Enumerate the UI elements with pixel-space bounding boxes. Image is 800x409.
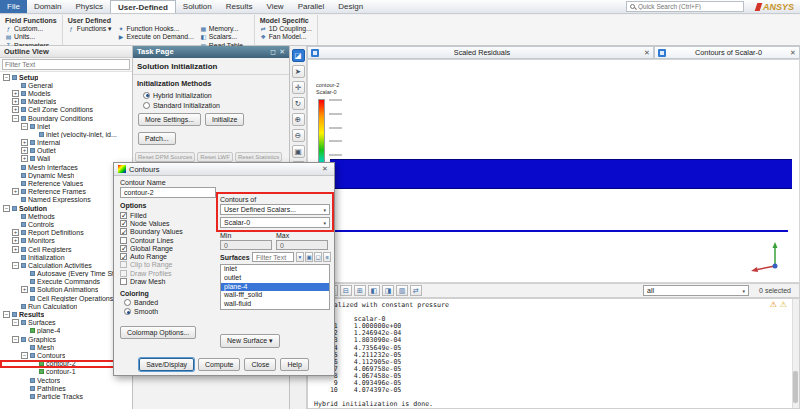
tree-expander-icon[interactable]: + bbox=[21, 155, 28, 162]
tree-expander-icon[interactable]: − bbox=[12, 115, 19, 122]
custom-button[interactable]: ƒCustom... bbox=[5, 25, 55, 32]
ribbon-tab[interactable]: Parallel bbox=[291, 0, 332, 13]
option-checkbox[interactable]: Boundary Values bbox=[120, 228, 216, 236]
graphics-canvas[interactable]: contour-2 Scalar-0 bbox=[307, 59, 800, 283]
function-hooks-button[interactable]: ✦Function Hooks... bbox=[118, 25, 194, 32]
quick-search-box[interactable] bbox=[626, 1, 744, 12]
surface-list-item[interactable]: wall-fluid bbox=[221, 300, 329, 309]
tree-expander-icon[interactable]: − bbox=[12, 319, 19, 326]
surface-list-item[interactable]: inlet bbox=[221, 265, 329, 274]
tree-filter-input[interactable] bbox=[2, 59, 130, 70]
memory-button[interactable]: ▦Memory... bbox=[200, 25, 249, 32]
dialog-footer-button[interactable]: Help bbox=[280, 358, 308, 371]
warning-icon[interactable]: ⚠ bbox=[770, 300, 777, 309]
surface-list-item[interactable]: wall-fff_solid bbox=[221, 291, 329, 300]
ribbon-tab[interactable]: View bbox=[259, 0, 290, 13]
initialization-method-radio[interactable]: Hybrid Initialization bbox=[133, 90, 289, 100]
ribbon-tab[interactable]: Domain bbox=[27, 0, 69, 13]
ribbon-tab[interactable]: Results bbox=[219, 0, 260, 13]
1d-coupling-button[interactable]: ⇄1D Coupling... bbox=[260, 25, 312, 32]
fit-to-window-icon[interactable]: ▣ bbox=[292, 145, 305, 158]
initialize-button[interactable]: Initialize bbox=[205, 113, 244, 126]
tree-expander-icon[interactable]: + bbox=[21, 147, 28, 154]
coloring-radio[interactable]: Smooth bbox=[124, 307, 158, 316]
zoom-out-icon[interactable]: ⊖ bbox=[292, 129, 305, 142]
ribbon-tab[interactable]: User-Defined bbox=[110, 0, 176, 13]
option-checkbox[interactable]: Draw Profiles bbox=[120, 269, 216, 277]
scrollbar-thumb[interactable] bbox=[793, 371, 798, 403]
tree-item[interactable]: + Internal bbox=[0, 139, 132, 147]
tree-expander-icon[interactable]: + bbox=[12, 90, 19, 97]
option-checkbox[interactable]: Global Range bbox=[120, 244, 216, 252]
window-sync-icon[interactable]: ⇄ bbox=[410, 285, 422, 296]
console-panel[interactable]: initialized with constant pressure scala… bbox=[307, 298, 800, 409]
surface-clear-selection-icon[interactable]: ▢ bbox=[314, 252, 322, 262]
panel-close-icon[interactable]: ✕ bbox=[279, 46, 285, 58]
tree-expander-icon[interactable]: + bbox=[12, 246, 19, 253]
tree-item[interactable]: + Models bbox=[0, 89, 132, 97]
tree-expander-icon[interactable]: − bbox=[3, 311, 10, 318]
window-dock-icon[interactable]: ◪ bbox=[292, 49, 305, 62]
tree-expander-icon[interactable]: − bbox=[21, 123, 28, 130]
more-settings-button[interactable]: More Settings... bbox=[138, 113, 201, 126]
window-left-icon[interactable]: ◧ bbox=[368, 285, 380, 296]
option-checkbox[interactable]: Clip to Range bbox=[120, 261, 216, 269]
tree-item[interactable]: + Cell Zone Conditions bbox=[0, 106, 132, 114]
option-checkbox[interactable]: Node Values bbox=[120, 219, 216, 227]
pointer-icon[interactable]: ➤ bbox=[292, 65, 305, 78]
tree-expander-icon[interactable]: − bbox=[3, 205, 10, 212]
option-checkbox[interactable]: Contour Lines bbox=[120, 236, 216, 244]
patch-button[interactable]: Patch... bbox=[138, 132, 176, 145]
close-icon[interactable] bbox=[642, 49, 652, 57]
surface-filter-menu-icon[interactable]: ▾ bbox=[296, 252, 304, 262]
window-grid-icon[interactable]: ⊞ bbox=[354, 285, 366, 296]
tree-expander-icon[interactable]: + bbox=[21, 139, 28, 146]
tree-expander-icon[interactable]: + bbox=[12, 237, 19, 244]
tree-item[interactable]: + Materials bbox=[0, 98, 132, 106]
tree-item[interactable]: Pathlines bbox=[0, 384, 132, 392]
tree-item[interactable]: Particle Tracks bbox=[0, 392, 132, 400]
ribbon-tab[interactable]: Physics bbox=[68, 0, 110, 13]
surfaces-filter-input[interactable] bbox=[252, 252, 294, 262]
pan-icon[interactable]: ✛ bbox=[292, 81, 305, 94]
dialog-footer-button[interactable]: Close bbox=[244, 358, 276, 371]
tree-expander-icon[interactable]: − bbox=[21, 352, 28, 359]
close-icon[interactable] bbox=[320, 165, 330, 173]
window-save-icon[interactable]: ▥ bbox=[396, 285, 408, 296]
tree-item[interactable]: Vectors bbox=[0, 376, 132, 384]
zoom-in-icon[interactable]: ⊕ bbox=[292, 113, 305, 126]
tree-expander-icon[interactable]: + bbox=[12, 98, 19, 105]
tree-expander-icon[interactable]: − bbox=[3, 74, 10, 81]
graphics-window-tab-residuals[interactable]: Scaled Residuals bbox=[307, 46, 654, 59]
units-button[interactable]: ▤Units... bbox=[5, 33, 55, 40]
window-right-icon[interactable]: ◨ bbox=[382, 285, 394, 296]
close-icon[interactable] bbox=[788, 49, 798, 57]
tree-expander-icon[interactable]: + bbox=[21, 286, 28, 293]
tree-expander-icon[interactable]: + bbox=[12, 106, 19, 113]
functions-menu-button[interactable]: ƒFunctions ▾ bbox=[68, 25, 112, 32]
tree-item[interactable]: General bbox=[0, 81, 132, 89]
contour-name-input[interactable] bbox=[120, 187, 216, 198]
ribbon-tab[interactable]: File bbox=[0, 0, 27, 13]
panel-undock-icon[interactable]: ◻ bbox=[270, 46, 276, 58]
surfaces-list[interactable]: inletoutletplane-4wall-fff_solidwall-flu… bbox=[220, 264, 330, 310]
dialog-titlebar[interactable]: Contours bbox=[114, 163, 334, 176]
coloring-radio[interactable]: Banded bbox=[124, 298, 158, 307]
field-variable-dropdown[interactable]: Scalar-0 bbox=[220, 217, 330, 228]
tree-item[interactable]: − Setup bbox=[0, 73, 132, 81]
dialog-footer-button[interactable]: Compute bbox=[198, 358, 240, 371]
dialog-footer-button[interactable]: Save/Display bbox=[139, 358, 194, 371]
rotate-icon[interactable]: ↻ bbox=[292, 97, 305, 110]
graphics-window-tab-contours[interactable]: Contours of Scalar-0 bbox=[654, 46, 800, 59]
new-surface-button[interactable]: New Surface ▾ bbox=[220, 334, 280, 348]
console-scrollbar[interactable] bbox=[792, 299, 799, 408]
tree-item[interactable]: inlet (velocity-inlet, id... bbox=[0, 130, 132, 138]
option-checkbox[interactable]: Draw Mesh bbox=[120, 277, 216, 285]
window-split-vertical-icon[interactable]: ⊟ bbox=[340, 285, 352, 296]
surface-list-item[interactable]: outlet bbox=[221, 274, 329, 283]
surface-list-item[interactable]: plane-4 bbox=[221, 283, 329, 292]
colormap-options-button[interactable]: Colormap Options... bbox=[120, 326, 196, 339]
search-input[interactable] bbox=[638, 3, 740, 10]
tree-item[interactable]: − Boundary Conditions bbox=[0, 114, 132, 122]
ribbon-tab[interactable]: Design bbox=[331, 0, 370, 13]
